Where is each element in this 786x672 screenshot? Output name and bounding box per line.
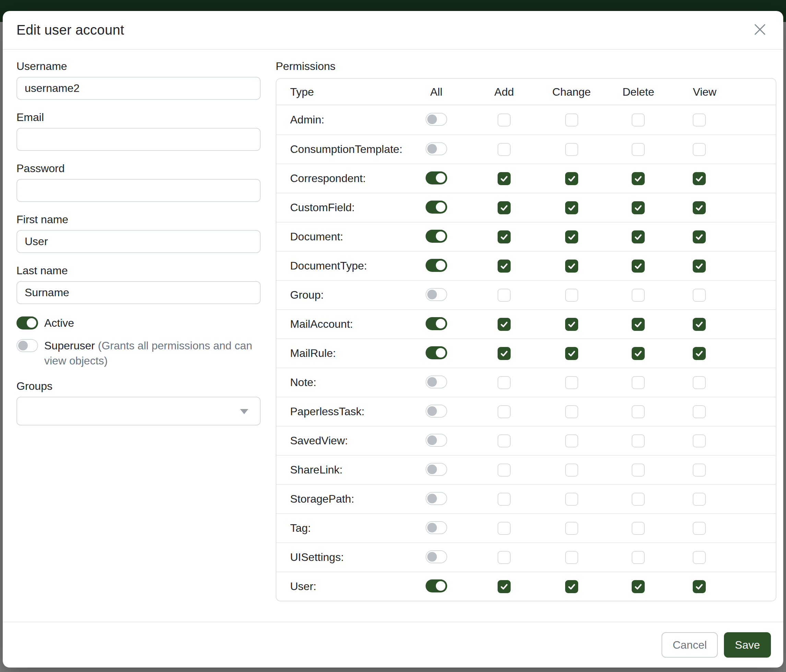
cancel-button[interactable]: Cancel xyxy=(662,632,718,658)
perm-change-checkbox[interactable] xyxy=(565,143,578,156)
perm-view-checkbox[interactable] xyxy=(693,289,706,302)
perm-add-checkbox[interactable] xyxy=(498,318,511,331)
perm-add-checkbox[interactable] xyxy=(498,172,511,185)
perm-change-checkbox[interactable] xyxy=(565,580,578,593)
last-name-input[interactable] xyxy=(16,281,261,304)
perm-delete-checkbox[interactable] xyxy=(632,143,645,156)
perm-all-toggle[interactable] xyxy=(426,492,447,505)
dialog-title: Edit user account xyxy=(16,22,124,38)
perm-add-checkbox[interactable] xyxy=(498,143,511,156)
perm-all-toggle[interactable] xyxy=(426,142,447,155)
perm-all-toggle[interactable] xyxy=(426,259,447,272)
perm-all-toggle[interactable] xyxy=(426,288,447,301)
perm-add-checkbox[interactable] xyxy=(498,113,511,127)
perm-add-checkbox[interactable] xyxy=(498,405,511,418)
perm-delete-checkbox[interactable] xyxy=(632,201,645,214)
perm-view-checkbox[interactable] xyxy=(693,522,706,535)
check-icon xyxy=(500,174,509,183)
permission-delete-cell xyxy=(605,484,671,513)
perm-view-checkbox[interactable] xyxy=(693,463,706,477)
perm-view-checkbox[interactable] xyxy=(693,347,706,360)
superuser-toggle[interactable] xyxy=(16,339,38,352)
perm-delete-checkbox[interactable] xyxy=(632,318,645,331)
perm-add-checkbox[interactable] xyxy=(498,580,511,593)
perm-delete-checkbox[interactable] xyxy=(632,113,645,127)
perm-all-toggle[interactable] xyxy=(426,201,447,214)
perm-delete-checkbox[interactable] xyxy=(632,405,645,418)
perm-view-checkbox[interactable] xyxy=(693,201,706,214)
perm-change-checkbox[interactable] xyxy=(565,172,578,185)
perm-delete-checkbox[interactable] xyxy=(632,434,645,447)
perm-delete-checkbox[interactable] xyxy=(632,522,645,535)
groups-select[interactable] xyxy=(16,397,261,425)
perm-delete-checkbox[interactable] xyxy=(632,551,645,564)
perm-view-checkbox[interactable] xyxy=(693,259,706,273)
perm-change-checkbox[interactable] xyxy=(565,201,578,214)
first-name-input[interactable] xyxy=(16,230,261,253)
active-toggle[interactable] xyxy=(16,316,38,330)
permission-view-cell xyxy=(671,542,776,572)
perm-delete-checkbox[interactable] xyxy=(632,347,645,360)
perm-all-toggle[interactable] xyxy=(426,434,447,447)
perm-change-checkbox[interactable] xyxy=(565,318,578,331)
perm-delete-checkbox[interactable] xyxy=(632,289,645,302)
perm-add-checkbox[interactable] xyxy=(498,463,511,477)
close-button[interactable] xyxy=(750,20,770,40)
perm-view-checkbox[interactable] xyxy=(693,493,706,506)
save-button[interactable]: Save xyxy=(724,632,771,658)
perm-all-toggle[interactable] xyxy=(426,317,447,330)
perm-delete-checkbox[interactable] xyxy=(632,376,645,389)
perm-add-checkbox[interactable] xyxy=(498,376,511,389)
perm-view-checkbox[interactable] xyxy=(693,172,706,185)
perm-add-checkbox[interactable] xyxy=(498,201,511,214)
perm-add-checkbox[interactable] xyxy=(498,434,511,447)
perm-view-checkbox[interactable] xyxy=(693,318,706,331)
perm-add-checkbox[interactable] xyxy=(498,522,511,535)
perm-add-checkbox[interactable] xyxy=(498,231,511,243)
perm-change-checkbox[interactable] xyxy=(565,463,578,477)
perm-change-checkbox[interactable] xyxy=(565,434,578,447)
perm-view-checkbox[interactable] xyxy=(693,434,706,447)
perm-change-checkbox[interactable] xyxy=(565,347,578,360)
perm-delete-checkbox[interactable] xyxy=(632,172,645,185)
perm-all-toggle[interactable] xyxy=(426,375,447,388)
perm-view-checkbox[interactable] xyxy=(693,376,706,389)
perm-change-checkbox[interactable] xyxy=(565,289,578,302)
perm-change-checkbox[interactable] xyxy=(565,113,578,127)
perm-view-checkbox[interactable] xyxy=(693,113,706,127)
perm-add-checkbox[interactable] xyxy=(498,493,511,506)
username-input[interactable] xyxy=(16,77,261,100)
perm-change-checkbox[interactable] xyxy=(565,376,578,389)
perm-all-toggle[interactable] xyxy=(426,521,447,534)
perm-delete-checkbox[interactable] xyxy=(632,463,645,477)
perm-all-toggle[interactable] xyxy=(426,230,447,243)
perm-all-toggle[interactable] xyxy=(426,113,447,126)
perm-delete-checkbox[interactable] xyxy=(632,493,645,506)
perm-view-checkbox[interactable] xyxy=(693,551,706,564)
perm-change-checkbox[interactable] xyxy=(565,405,578,418)
email-input[interactable] xyxy=(16,128,261,151)
perm-all-toggle[interactable] xyxy=(426,579,447,592)
perm-change-checkbox[interactable] xyxy=(565,551,578,564)
perm-all-toggle[interactable] xyxy=(426,405,447,418)
perm-change-checkbox[interactable] xyxy=(565,493,578,506)
perm-change-checkbox[interactable] xyxy=(565,259,578,273)
perm-add-checkbox[interactable] xyxy=(498,259,511,273)
perm-change-checkbox[interactable] xyxy=(565,231,578,243)
perm-all-toggle[interactable] xyxy=(426,171,447,184)
perm-delete-checkbox[interactable] xyxy=(632,231,645,243)
perm-view-checkbox[interactable] xyxy=(693,405,706,418)
perm-delete-checkbox[interactable] xyxy=(632,259,645,273)
perm-delete-checkbox[interactable] xyxy=(632,580,645,593)
perm-view-checkbox[interactable] xyxy=(693,231,706,243)
perm-add-checkbox[interactable] xyxy=(498,551,511,564)
perm-add-checkbox[interactable] xyxy=(498,289,511,302)
perm-add-checkbox[interactable] xyxy=(498,347,511,360)
perm-change-checkbox[interactable] xyxy=(565,522,578,535)
perm-all-toggle[interactable] xyxy=(426,550,447,563)
perm-all-toggle[interactable] xyxy=(426,346,447,359)
password-input[interactable] xyxy=(16,179,261,202)
perm-view-checkbox[interactable] xyxy=(693,143,706,156)
perm-all-toggle[interactable] xyxy=(426,463,447,476)
perm-view-checkbox[interactable] xyxy=(693,580,706,593)
